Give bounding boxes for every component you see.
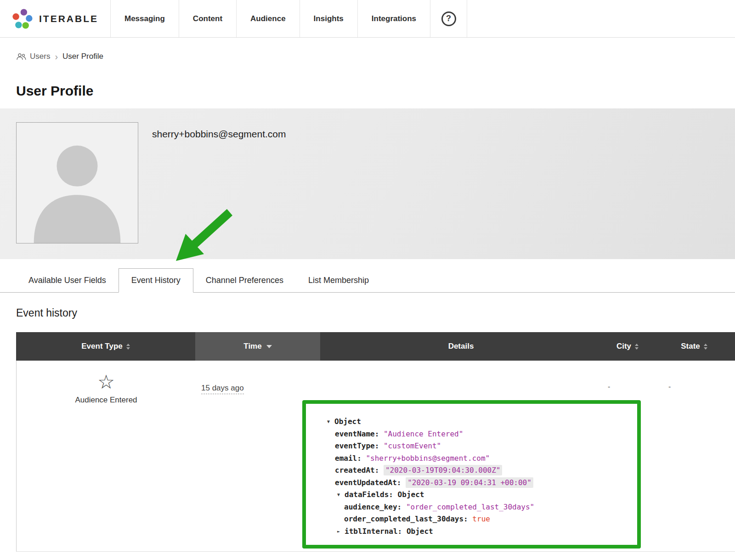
- collapse-toggle-icon[interactable]: ▼: [337, 489, 345, 501]
- json-tree: ▼ObjecteventName: "Audience Entered"even…: [324, 416, 632, 537]
- nav-item-content[interactable]: Content: [179, 0, 236, 37]
- avatar: [16, 122, 138, 243]
- page-title: User Profile: [16, 83, 735, 99]
- column-header-state[interactable]: State: [653, 332, 735, 361]
- profile-tabs: Available User Fields Event History Chan…: [0, 268, 735, 293]
- json-value: "2020-03-19 09:04:31 +00:00": [406, 477, 533, 488]
- json-key: eventUpdatedAt:: [335, 478, 401, 487]
- nav-item-insights[interactable]: Insights: [300, 0, 357, 37]
- nav-item-audience[interactable]: Audience: [236, 0, 300, 37]
- state-cell: -: [654, 361, 735, 551]
- brand-logo[interactable]: ITERABLE: [0, 0, 110, 37]
- nav-spacer: [467, 0, 735, 37]
- event-type-label: Audience Entered: [75, 396, 137, 405]
- iterable-logo-icon: [12, 8, 33, 29]
- sort-icon: [704, 344, 707, 350]
- table-row: ☆ Audience Entered 15 days ago - - ▼Obje…: [16, 361, 735, 552]
- column-header-label: State: [681, 342, 700, 351]
- breadcrumb-users-link[interactable]: Users: [16, 52, 50, 61]
- json-line: createdAt: "2020-03-19T09:04:30.000Z": [324, 464, 632, 477]
- sort-desc-icon: [266, 345, 272, 348]
- json-line: email: "sherry+bobbins@segment.com": [324, 453, 632, 465]
- column-header-details[interactable]: Details: [320, 332, 602, 361]
- column-header-label: Details: [448, 342, 474, 351]
- event-type-cell: ☆ Audience Entered: [17, 361, 196, 551]
- nav-item-integrations[interactable]: Integrations: [357, 0, 430, 37]
- json-key: dataFields:: [345, 490, 393, 499]
- json-value: "order_completed_last_30days": [406, 503, 534, 511]
- brand-name: ITERABLE: [39, 13, 98, 24]
- json-value: "Audience Entered": [384, 430, 463, 438]
- json-key: eventName:: [335, 430, 379, 438]
- json-value: Object: [398, 490, 424, 499]
- nav-item-messaging[interactable]: Messaging: [110, 0, 179, 37]
- json-line: audience_key: "order_completed_last_30da…: [324, 501, 632, 514]
- json-value: "customEvent": [384, 441, 441, 450]
- sort-icon: [635, 344, 639, 350]
- json-line: ▼Object: [324, 416, 632, 428]
- json-line: ►itblInternal: Object: [324, 526, 632, 538]
- json-line: eventType: "customEvent": [324, 440, 632, 453]
- event-history-table: Event Type Time Details City State ☆ Aud…: [16, 332, 735, 552]
- avatar-silhouette-icon: [17, 123, 138, 243]
- json-value: true: [472, 515, 490, 523]
- tab-list-membership[interactable]: List Membership: [296, 268, 381, 292]
- tab-channel-preferences[interactable]: Channel Preferences: [193, 268, 296, 292]
- json-value: Object: [407, 527, 433, 536]
- json-key: email:: [335, 454, 362, 463]
- profile-hero: sherry+bobbins@segment.com: [0, 108, 735, 259]
- json-value: Object: [334, 417, 361, 426]
- section-title: Event history: [16, 306, 735, 319]
- json-key: order_completed_last_30days:: [344, 515, 468, 523]
- json-key: eventType:: [335, 441, 379, 450]
- column-header-label: City: [616, 342, 631, 351]
- annotation-box: ▼ObjecteventName: "Audience Entered"even…: [302, 400, 641, 549]
- sort-icon: [126, 344, 130, 350]
- json-value: "2020-03-19T09:04:30.000Z": [384, 465, 502, 475]
- column-header-city[interactable]: City: [602, 332, 653, 361]
- chevron-right-icon: ›: [55, 52, 58, 61]
- tab-available-user-fields[interactable]: Available User Fields: [16, 268, 119, 292]
- json-line: ▼dataFields: Object: [324, 489, 632, 501]
- profile-email: sherry+bobbins@segment.com: [152, 122, 286, 140]
- json-line: eventName: "Audience Entered": [324, 428, 632, 441]
- json-key: createdAt:: [335, 466, 379, 475]
- nav-help-button[interactable]: ?: [430, 0, 467, 37]
- expand-toggle-icon[interactable]: ►: [337, 526, 345, 538]
- top-nav: ITERABLE Messaging Content Audience Insi…: [0, 0, 735, 38]
- column-header-label: Time: [243, 342, 261, 351]
- json-key: audience_key:: [344, 503, 401, 511]
- breadcrumb-users-label: Users: [30, 52, 50, 61]
- breadcrumb: Users › User Profile: [16, 51, 735, 62]
- json-value: "sherry+bobbins@segment.com": [366, 454, 490, 463]
- json-line: eventUpdatedAt: "2020-03-19 09:04:31 +00…: [324, 477, 632, 489]
- column-header-label: Event Type: [81, 342, 122, 351]
- relative-time[interactable]: 15 days ago: [201, 384, 244, 394]
- breadcrumb-current: User Profile: [62, 52, 103, 61]
- star-icon[interactable]: ☆: [97, 373, 115, 392]
- column-header-event-type[interactable]: Event Type: [16, 332, 195, 361]
- users-icon: [16, 53, 26, 60]
- tab-event-history[interactable]: Event History: [119, 268, 193, 293]
- json-line: order_completed_last_30days: true: [324, 513, 632, 526]
- column-header-time[interactable]: Time: [195, 332, 320, 361]
- json-key: itblInternal:: [345, 527, 402, 536]
- collapse-toggle-icon[interactable]: ▼: [327, 416, 334, 428]
- help-icon: ?: [441, 11, 456, 26]
- table-header-row: Event Type Time Details City State: [16, 332, 735, 361]
